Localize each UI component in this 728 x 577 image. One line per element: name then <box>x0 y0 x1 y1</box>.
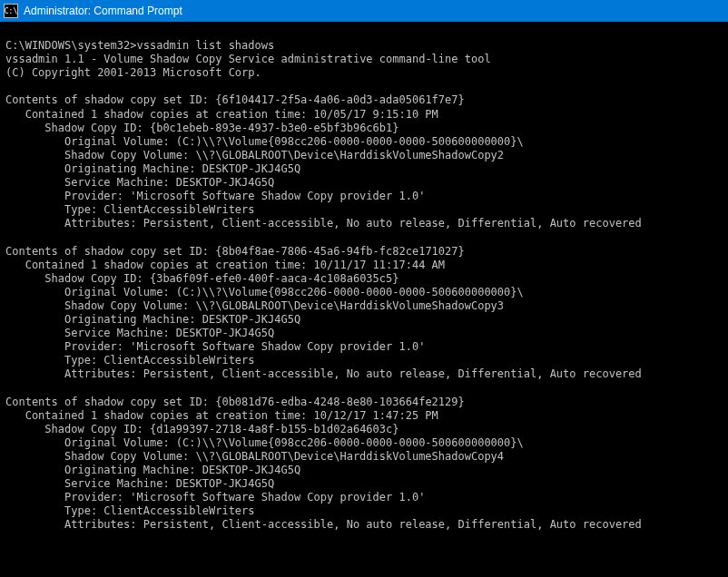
contained-line: Contained 1 shadow copies at creation ti… <box>5 108 438 122</box>
service-machine-line: Service Machine: DESKTOP-JKJ4G5Q <box>5 477 274 491</box>
tool-header: vssadmin 1.1 - Volume Shadow Copy Servic… <box>5 53 491 65</box>
window-titlebar[interactable]: C:\ Administrator: Command Prompt <box>0 0 728 22</box>
prompt-command: vssadmin list shadows <box>137 39 275 52</box>
type-line: Type: ClientAccessibleWriters <box>5 203 255 217</box>
cmd-icon: C:\ <box>4 4 18 18</box>
attributes-line: Attributes: Persistent, Client-accessibl… <box>5 518 642 532</box>
contained-line: Contained 1 shadow copies at creation ti… <box>5 409 438 423</box>
terminal-output[interactable]: C:\WINDOWS\system32>vssadmin list shadow… <box>0 22 728 575</box>
type-line: Type: ClientAccessibleWriters <box>5 354 255 367</box>
copyright-line: (C) Copyright 2001-2013 Microsoft Corp. <box>5 66 261 79</box>
copy-id-line: Shadow Copy ID: {d1a99397-2718-4a8f-b155… <box>5 423 398 436</box>
type-line: Type: ClientAccessibleWriters <box>5 504 255 518</box>
orig-machine-line: Originating Machine: DESKTOP-JKJ4G5Q <box>5 313 300 327</box>
service-machine-line: Service Machine: DESKTOP-JKJ4G5Q <box>5 327 274 340</box>
original-volume-line: Original Volume: (C:)\\?\Volume{098cc206… <box>5 286 524 299</box>
attributes-line: Attributes: Persistent, Client-accessibl… <box>5 217 642 230</box>
shadow-volume-line: Shadow Copy Volume: \\?\GLOBALROOT\Devic… <box>5 299 504 313</box>
provider-line: Provider: 'Microsoft Software Shadow Cop… <box>5 190 425 203</box>
service-machine-line: Service Machine: DESKTOP-JKJ4G5Q <box>5 176 274 190</box>
set-id-line: Contents of shadow copy set ID: {6f10441… <box>5 93 465 106</box>
set-id-line: Contents of shadow copy set ID: {8b04f8a… <box>5 245 465 258</box>
window-title: Administrator: Command Prompt <box>24 5 182 17</box>
provider-line: Provider: 'Microsoft Software Shadow Cop… <box>5 491 425 504</box>
copy-id-line: Shadow Copy ID: {b0c1ebeb-893e-4937-b3e0… <box>5 122 398 135</box>
orig-machine-line: Originating Machine: DESKTOP-JKJ4G5Q <box>5 464 300 477</box>
original-volume-line: Original Volume: (C:)\\?\Volume{098cc206… <box>5 436 524 450</box>
set-id-line: Contents of shadow copy set ID: {0b081d7… <box>5 396 465 408</box>
attributes-line: Attributes: Persistent, Client-accessibl… <box>5 367 642 381</box>
prompt-path: C:\WINDOWS\system32> <box>5 39 137 52</box>
copy-id-line: Shadow Copy ID: {3ba6f09f-efe0-400f-aaca… <box>5 272 398 286</box>
original-volume-line: Original Volume: (C:)\\?\Volume{098cc206… <box>5 135 524 149</box>
shadow-volume-line: Shadow Copy Volume: \\?\GLOBALROOT\Devic… <box>5 450 504 464</box>
prompt-line: C:\WINDOWS\system32>vssadmin list shadow… <box>5 39 274 52</box>
contained-line: Contained 1 shadow copies at creation ti… <box>5 259 445 272</box>
orig-machine-line: Originating Machine: DESKTOP-JKJ4G5Q <box>5 162 300 176</box>
shadow-volume-line: Shadow Copy Volume: \\?\GLOBALROOT\Devic… <box>5 149 504 162</box>
provider-line: Provider: 'Microsoft Software Shadow Cop… <box>5 340 425 354</box>
